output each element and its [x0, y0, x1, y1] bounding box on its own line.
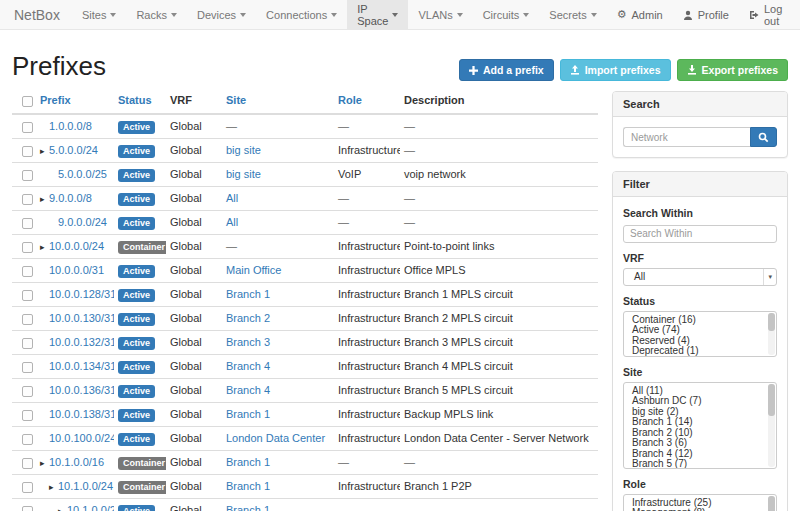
site-option[interactable]: big site (2) [624, 407, 776, 418]
column-header-site[interactable]: Site [222, 91, 334, 114]
column-header-prefix[interactable]: Prefix [36, 91, 114, 114]
site-link[interactable]: big site [226, 168, 261, 180]
prefix-link[interactable]: 5.0.0.0/25 [58, 168, 107, 180]
site-link[interactable]: Branch 1 [226, 504, 270, 511]
site-option[interactable]: Branch 3 (6) [624, 438, 776, 449]
site-link[interactable]: Branch 4 [226, 384, 270, 396]
scrollbar-thumb[interactable] [768, 313, 775, 331]
export-prefixes-button[interactable]: Export prefixes [677, 59, 788, 81]
row-checkbox[interactable] [22, 338, 33, 349]
nav-item-circuits[interactable]: Circuits [473, 0, 540, 29]
scrollbar-thumb[interactable] [768, 496, 775, 511]
table-row: 10.0.100.0/24ActiveGlobalLondon Data Cen… [12, 426, 598, 450]
nav-profile-link[interactable]: Profile [673, 0, 739, 29]
site-link[interactable]: Branch 1 [226, 408, 270, 420]
prefix-link[interactable]: 10.0.0.132/31 [49, 336, 114, 348]
row-checkbox[interactable] [22, 218, 33, 229]
nav-item-sites[interactable]: Sites [72, 0, 126, 29]
site-link[interactable]: London Data Center [226, 432, 325, 444]
row-checkbox[interactable] [22, 170, 33, 181]
prefix-link[interactable]: 5.0.0.0/24 [49, 144, 98, 156]
site-link[interactable]: All [226, 192, 238, 204]
site-link[interactable]: Branch 2 [226, 312, 270, 324]
status-option[interactable]: Deprecated (1) [624, 346, 776, 357]
prefix-link[interactable]: 10.0.0.136/31 [49, 384, 114, 396]
row-checkbox[interactable] [22, 266, 33, 277]
prefix-link[interactable]: 1.0.0.0/8 [49, 120, 92, 132]
row-checkbox[interactable] [22, 122, 33, 133]
nav-item-connections[interactable]: Connections [256, 0, 347, 29]
status-option[interactable]: Container (16) [624, 315, 776, 326]
column-header-role[interactable]: Role [334, 91, 400, 114]
site-link[interactable]: Branch 1 [226, 288, 270, 300]
site-listbox[interactable]: All (11)Ashburn DC (7)big site (2)Branch… [623, 382, 777, 469]
nav-item-racks[interactable]: Racks [126, 0, 187, 29]
row-checkbox[interactable] [22, 314, 33, 325]
prefix-link[interactable]: 10.0.0.0/24 [49, 240, 104, 252]
prefix-link[interactable]: 9.0.0.0/8 [49, 192, 92, 204]
prefix-link[interactable]: 10.0.0.128/31 [49, 288, 114, 300]
nav-item-vlans[interactable]: VLANs [408, 0, 472, 29]
row-checkbox[interactable] [22, 194, 33, 205]
prefix-cell: 5.0.0.0/25 [36, 162, 114, 186]
site-option[interactable]: Branch 2 (10) [624, 428, 776, 439]
status-option[interactable]: Active (74) [624, 325, 776, 336]
search-within-input[interactable] [623, 225, 777, 243]
row-checkbox[interactable] [22, 146, 33, 157]
status-listbox[interactable]: Container (16)Active (74)Reserved (4)Dep… [623, 311, 777, 357]
vrf-selected-value: All [634, 271, 645, 282]
prefix-link[interactable]: 10.1.0.0/24 [58, 480, 113, 492]
row-checkbox[interactable] [22, 506, 33, 511]
prefix-link[interactable]: 10.0.0.134/31 [49, 360, 114, 372]
site-option[interactable]: Branch 1 (14) [624, 417, 776, 428]
row-checkbox[interactable] [22, 362, 33, 373]
row-checkbox[interactable] [22, 242, 33, 253]
scrollbar-track[interactable] [768, 384, 775, 467]
site-link[interactable]: big site [226, 144, 261, 156]
status-option[interactable]: Reserved (4) [624, 336, 776, 347]
role-option[interactable]: Infrastructure (25) [624, 498, 776, 509]
site-option[interactable]: Branch 5 (7) [624, 459, 776, 469]
site-link[interactable]: Branch 1 [226, 456, 270, 468]
brand-link[interactable]: NetBox [0, 0, 72, 29]
prefix-link[interactable]: 10.0.0.138/31 [49, 408, 114, 420]
prefix-link[interactable]: 10.1.0.0/25 [67, 504, 114, 511]
site-link[interactable]: Branch 1 [226, 480, 270, 492]
site-link[interactable]: Branch 3 [226, 336, 270, 348]
scrollbar-track[interactable] [768, 313, 775, 355]
row-checkbox-cell [12, 426, 36, 450]
vrf-select[interactable]: All ▾ [623, 268, 777, 286]
nav-item-secrets[interactable]: Secrets [539, 0, 606, 29]
prefix-link[interactable]: 10.0.0.130/31 [49, 312, 114, 324]
row-checkbox[interactable] [22, 410, 33, 421]
site-option[interactable]: All (11) [624, 386, 776, 397]
nav-item-ip-space[interactable]: IP Space [347, 0, 408, 29]
prefix-link[interactable]: 10.0.100.0/24 [49, 432, 114, 444]
row-checkbox[interactable] [22, 290, 33, 301]
site-option[interactable]: Ashburn DC (7) [624, 396, 776, 407]
column-header-status[interactable]: Status [114, 91, 166, 114]
prefix-link[interactable]: 9.0.0.0/24 [58, 216, 107, 228]
search-input[interactable] [623, 127, 750, 147]
site-option[interactable]: Branch 4 (12) [624, 449, 776, 460]
row-checkbox[interactable] [22, 482, 33, 493]
add-a-prefix-button[interactable]: Add a prefix [459, 59, 554, 81]
row-checkbox[interactable] [22, 386, 33, 397]
site-link[interactable]: Branch 4 [226, 360, 270, 372]
site-link[interactable]: Main Office [226, 264, 281, 276]
nav-admin-link[interactable]: ⚙Admin [607, 0, 673, 29]
row-checkbox[interactable] [22, 458, 33, 469]
scrollbar-track[interactable] [768, 496, 775, 511]
site-link[interactable]: All [226, 216, 238, 228]
row-checkbox[interactable] [22, 434, 33, 445]
scrollbar-thumb[interactable] [768, 384, 775, 416]
prefix-link[interactable]: 10.1.0.0/16 [49, 456, 104, 468]
role-listbox[interactable]: Infrastructure (25)Management (8)Private… [623, 494, 777, 511]
search-button[interactable] [750, 127, 777, 147]
select-all-checkbox[interactable] [22, 96, 33, 107]
import-prefixes-button[interactable]: Import prefixes [560, 59, 671, 81]
prefix-link[interactable]: 10.0.0.0/31 [49, 264, 104, 276]
filter-panel: Filter Search Within VRF All ▾ Status Co… [612, 171, 788, 511]
nav-item-devices[interactable]: Devices [187, 0, 256, 29]
nav-log-out-link[interactable]: Log out [739, 0, 792, 29]
